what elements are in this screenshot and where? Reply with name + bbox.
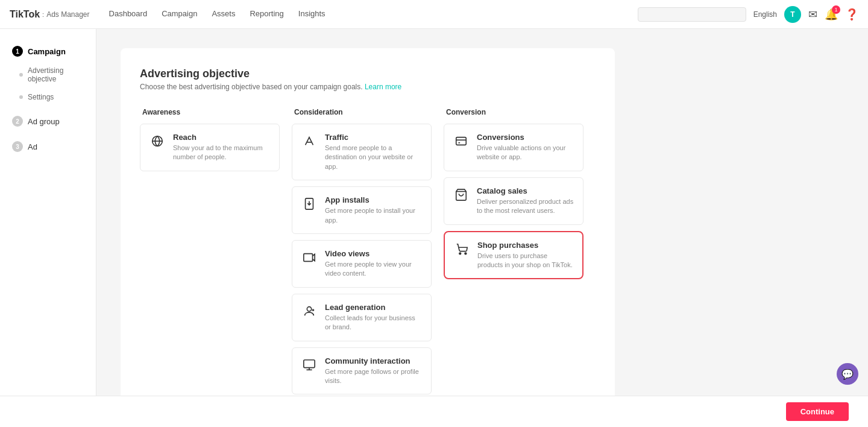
search-input[interactable] xyxy=(638,7,746,22)
svg-rect-12 xyxy=(456,138,467,145)
reach-title: Reach xyxy=(173,133,271,142)
sub-dot-2 xyxy=(19,95,23,99)
objective-traffic[interactable]: Traffic Send more people to a destinatio… xyxy=(292,124,432,180)
page-footer: Continue xyxy=(0,396,868,427)
shop-purchases-icon xyxy=(453,241,470,258)
notification-badge: 1 xyxy=(832,5,840,14)
sidebar-step-ad[interactable]: 3 Ad xyxy=(0,136,96,157)
community-interaction-desc: Get more page follows or profile visits. xyxy=(325,367,423,386)
objective-catalog-sales[interactable]: Catalog sales Deliver personalized produ… xyxy=(444,177,583,225)
video-views-title: Video views xyxy=(325,249,423,258)
objective-community-interaction[interactable]: Community interaction Get more page foll… xyxy=(292,347,432,395)
sidebar-ad-label: Ad xyxy=(28,142,37,151)
sidebar-settings-label: Settings xyxy=(28,93,54,101)
continue-button[interactable]: Continue xyxy=(786,402,849,421)
nav-dashboard[interactable]: Dashboard xyxy=(109,7,148,22)
sidebar-sub-label: Advertising objective xyxy=(28,66,84,83)
consideration-column: Consideration Traffic Send more people t… xyxy=(292,108,444,400)
nav-insights[interactable]: Insights xyxy=(298,7,326,22)
catalog-sales-icon xyxy=(453,186,470,203)
conversions-content: Conversions Drive valuable actions on yo… xyxy=(477,133,574,162)
conversion-column: Conversion Conversions Drive v xyxy=(444,108,596,400)
community-interaction-icon xyxy=(301,356,318,373)
objective-reach[interactable]: Reach Show your ad to the maximum number… xyxy=(140,124,280,171)
page-layout: 1 Campaign Advertising objective Setting… xyxy=(0,0,868,427)
sidebar-adgroup-label: Ad group xyxy=(28,117,60,126)
traffic-desc: Send more people to a destination on you… xyxy=(325,144,423,171)
sidebar: 1 Campaign Advertising objective Setting… xyxy=(0,29,96,427)
lead-generation-content: Lead generation Collect leads for your b… xyxy=(325,303,423,332)
step-1-badge: 1 xyxy=(12,46,23,57)
app-installs-icon xyxy=(301,195,318,212)
reach-content: Reach Show your ad to the maximum number… xyxy=(173,133,271,162)
community-interaction-content: Community interaction Get more page foll… xyxy=(325,356,423,386)
catalog-sales-content: Catalog sales Deliver personalized produ… xyxy=(477,186,574,216)
top-navigation: TikTok : Ads Manager Dashboard Campaign … xyxy=(0,0,868,29)
sidebar-step-adgroup[interactable]: 2 Ad group xyxy=(0,111,96,131)
sidebar-campaign-label: Campaign xyxy=(28,47,66,56)
conversions-icon xyxy=(453,133,470,150)
avatar[interactable]: T xyxy=(784,6,801,23)
nav-assets[interactable]: Assets xyxy=(212,7,235,22)
notifications-icon[interactable]: 🔔 1 xyxy=(825,8,838,21)
svg-point-17 xyxy=(465,253,467,255)
catalog-sales-title: Catalog sales xyxy=(477,186,574,195)
svg-rect-5 xyxy=(304,254,313,262)
objectives-grid: Awareness Reach xyxy=(140,108,596,400)
conversions-title: Conversions xyxy=(477,133,574,142)
step-3-badge: 3 xyxy=(12,141,23,152)
step-2-badge: 2 xyxy=(12,116,23,127)
objective-app-installs[interactable]: App installs Get more people to install … xyxy=(292,186,432,234)
app-installs-content: App installs Get more people to install … xyxy=(325,195,423,225)
app-installs-title: App installs xyxy=(325,195,423,204)
awareness-label: Awareness xyxy=(140,108,280,116)
nav-reporting[interactable]: Reporting xyxy=(250,7,283,22)
conversions-desc: Drive valuable actions on your website o… xyxy=(477,144,574,162)
main-content: Advertising objective Choose the best ad… xyxy=(96,29,868,427)
svg-point-6 xyxy=(307,306,311,311)
awareness-column: Awareness Reach xyxy=(140,108,292,400)
shop-purchases-title: Shop purchases xyxy=(477,241,574,250)
traffic-icon xyxy=(301,133,318,150)
consideration-label: Consideration xyxy=(292,108,432,116)
logo-ads-text: Ads Manager xyxy=(46,10,89,19)
learn-more-link[interactable]: Learn more xyxy=(365,83,401,91)
traffic-title: Traffic xyxy=(325,133,423,142)
svg-point-16 xyxy=(459,253,461,255)
video-views-content: Video views Get more people to view your… xyxy=(325,249,423,279)
sidebar-settings[interactable]: Settings xyxy=(0,88,96,106)
lead-generation-icon xyxy=(301,303,318,320)
logo-colon: : xyxy=(42,11,44,18)
sub-dot xyxy=(19,73,23,77)
video-views-desc: Get more people to view your video conte… xyxy=(325,260,423,279)
logo: TikTok : Ads Manager xyxy=(10,9,90,20)
page-subtitle: Choose the best advertising objective ba… xyxy=(140,83,596,91)
nav-links: Dashboard Campaign Assets Reporting Insi… xyxy=(109,7,638,22)
logo-tiktok-text: TikTok xyxy=(10,9,40,20)
objective-video-views[interactable]: Video views Get more people to view your… xyxy=(292,240,432,288)
catalog-sales-desc: Deliver personalized product ads to the … xyxy=(477,197,574,216)
lead-generation-desc: Collect leads for your business or brand… xyxy=(325,314,423,332)
messages-icon[interactable]: ✉ xyxy=(808,8,817,21)
nav-campaign[interactable]: Campaign xyxy=(162,7,197,22)
conversion-label: Conversion xyxy=(444,108,583,116)
svg-rect-9 xyxy=(304,359,315,367)
reach-icon xyxy=(149,133,166,150)
community-interaction-title: Community interaction xyxy=(325,356,423,365)
sidebar-step-campaign[interactable]: 1 Campaign xyxy=(0,41,96,62)
sidebar-advertising-objective[interactable]: Advertising objective xyxy=(0,62,96,88)
objective-lead-generation[interactable]: Lead generation Collect leads for your b… xyxy=(292,294,432,341)
app-installs-desc: Get more people to install your app. xyxy=(325,206,423,225)
nav-right-actions: English T ✉ 🔔 1 ❓ xyxy=(638,6,858,23)
lead-generation-title: Lead generation xyxy=(325,303,423,312)
video-views-icon xyxy=(301,249,318,266)
objective-conversions[interactable]: Conversions Drive valuable actions on yo… xyxy=(444,124,583,171)
shop-purchases-desc: Drive users to purchase products in your… xyxy=(477,251,574,270)
help-icon[interactable]: ❓ xyxy=(845,8,858,21)
content-card: Advertising objective Choose the best ad… xyxy=(121,48,615,420)
objective-shop-purchases[interactable]: Shop purchases Drive users to purchase p… xyxy=(444,231,583,280)
page-title: Advertising objective xyxy=(140,68,596,80)
chat-support-button[interactable]: 💬 xyxy=(837,363,858,385)
traffic-content: Traffic Send more people to a destinatio… xyxy=(325,133,423,171)
language-selector[interactable]: English xyxy=(753,10,777,19)
